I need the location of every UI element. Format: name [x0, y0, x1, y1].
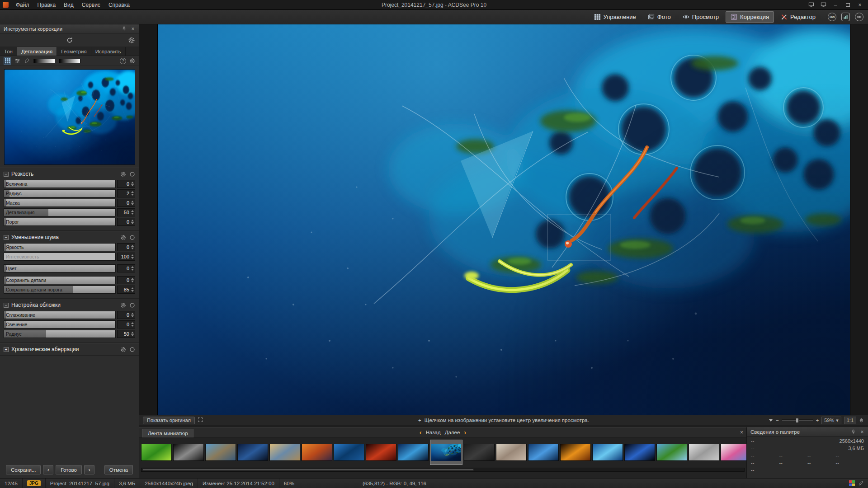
photo-canvas[interactable] [158, 24, 850, 415]
slider-row[interactable]: Радиус 50 [4, 330, 135, 338]
slider-row[interactable]: Сглаживание 0 [4, 311, 135, 319]
section-toggle-icon[interactable] [129, 235, 135, 240]
gradient-ramp-shadows[interactable] [33, 59, 55, 63]
display-icon[interactable] [818, 1, 829, 9]
sliders-icon[interactable] [14, 58, 20, 64]
slider-row[interactable]: Детализация 50 [4, 208, 135, 216]
zoom-slider[interactable] [782, 419, 813, 421]
filmstrip-thumbnail[interactable] [269, 444, 300, 461]
mode-develop-button[interactable]: Коррекция [726, 11, 774, 23]
filmstrip-thumbnail[interactable] [141, 444, 172, 461]
filmstrip-thumbnail[interactable] [624, 444, 655, 461]
acdsee-365-button[interactable]: 365 [828, 13, 836, 21]
fullscreen-preview-icon[interactable] [198, 417, 203, 424]
tab-repair[interactable]: Исправить [91, 47, 126, 56]
cancel-button[interactable]: Отмена [104, 465, 133, 474]
spinner-down-button[interactable] [131, 203, 134, 205]
filmstrip-thumbnail-selected[interactable] [430, 440, 462, 465]
gear-icon[interactable] [120, 171, 126, 177]
slider-value-box[interactable]: 2 [117, 189, 135, 197]
slider-row[interactable]: Сохранить детали порога 85 [4, 286, 135, 294]
menu-tools[interactable]: Сервис [78, 1, 104, 9]
spinner-up-button[interactable] [131, 322, 134, 324]
slider-value-box[interactable]: 100 [117, 253, 135, 261]
mode-manage-button[interactable]: Управление [589, 11, 641, 23]
spinner-up-button[interactable] [131, 266, 134, 268]
slider-value-box[interactable]: 0 [117, 199, 135, 207]
gear-icon[interactable] [120, 302, 126, 308]
filmstrip-thumbnail[interactable] [592, 444, 623, 461]
filmstrip-thumbnail[interactable] [334, 444, 364, 461]
gear-icon[interactable] [129, 58, 135, 64]
gear-icon[interactable] [120, 235, 126, 240]
slider-value-box[interactable]: 0 [117, 218, 135, 226]
menu-view[interactable]: Вид [60, 1, 77, 9]
next-image-button[interactable]: › [84, 465, 94, 474]
menu-file[interactable]: Файл [12, 1, 33, 9]
scrollbar-thumb[interactable] [142, 469, 474, 471]
help-icon[interactable]: ? [120, 58, 126, 64]
filmstrip-thumbnail[interactable] [656, 444, 687, 461]
slider-row[interactable]: Сохранить детали 0 [4, 276, 135, 284]
minimize-button[interactable]: – [830, 1, 841, 9]
pan-hand-icon[interactable] [859, 418, 864, 423]
filmstrip-thumbnail[interactable] [721, 444, 746, 461]
filmstrip-tab[interactable]: Лента миниатюр [142, 429, 193, 437]
spinner-down-button[interactable] [131, 269, 134, 271]
preview-zoom-toggle[interactable] [4, 57, 11, 65]
spinner-down-button[interactable] [131, 248, 134, 249]
zoom-in-button[interactable]: + [816, 418, 819, 423]
filmstrip-thumbnail[interactable] [302, 444, 332, 461]
spinner-down-button[interactable] [131, 222, 134, 224]
expand-toggle-icon[interactable]: + [4, 347, 9, 352]
spinner-up-button[interactable] [131, 201, 134, 202]
close-panel-icon[interactable]: × [859, 428, 866, 436]
tab-geometry[interactable]: Геометрия [57, 47, 91, 56]
slider-value-box[interactable]: 50 [117, 208, 135, 216]
pencil-edit-icon[interactable] [858, 480, 864, 486]
collapse-toggle-icon[interactable]: − [4, 303, 9, 308]
pin-icon[interactable] [120, 25, 127, 33]
menu-help[interactable]: Справка [105, 1, 133, 9]
slider-row[interactable]: Свечение 0 [4, 320, 135, 328]
mode-view-button[interactable]: Просмотр [678, 11, 724, 23]
close-window-button[interactable]: × [854, 1, 865, 9]
slider-row[interactable]: Яркость 0 [4, 243, 135, 251]
filmstrip-thumbnail[interactable] [528, 444, 559, 461]
spinner-up-button[interactable] [131, 220, 134, 221]
spinner-up-button[interactable] [131, 287, 134, 289]
spinner-up-button[interactable] [131, 332, 134, 333]
filmstrip-thumbnail[interactable] [496, 444, 527, 461]
filmstrip-thumbnail[interactable] [205, 444, 236, 461]
back-button[interactable]: Назад [426, 430, 441, 435]
tab-tone[interactable]: Тон [0, 47, 17, 56]
gradient-ramp-highlights[interactable] [59, 59, 80, 63]
back-chevron-icon[interactable]: ‹ [420, 429, 422, 436]
slider-row[interactable]: Порог 0 [4, 218, 135, 226]
slider-value-box[interactable]: 0 [117, 264, 135, 272]
filmstrip-thumbnail[interactable] [366, 444, 396, 461]
settings-gear-icon[interactable] [128, 37, 135, 44]
filmstrip-thumbnail[interactable] [398, 444, 429, 461]
pin-icon[interactable] [849, 428, 857, 436]
collapse-toggle-icon[interactable]: − [4, 172, 9, 177]
slider-value-box[interactable]: 85 [117, 286, 135, 294]
zoom-out-button[interactable]: − [776, 418, 778, 423]
filmstrip-thumbnail[interactable] [464, 444, 495, 461]
section-toggle-icon[interactable] [129, 171, 135, 177]
collapse-toggle-icon[interactable]: − [4, 235, 9, 240]
dual-display-icon[interactable] [806, 1, 816, 9]
slider-row[interactable]: Маска 0 [4, 199, 135, 207]
section-toggle-icon[interactable] [129, 302, 135, 308]
zoom-slider-thumb[interactable] [796, 418, 799, 423]
spinner-up-button[interactable] [131, 182, 134, 183]
spinner-down-button[interactable] [131, 257, 134, 259]
spinner-up-button[interactable] [131, 313, 134, 314]
slider-value-box[interactable]: 0 [117, 320, 135, 328]
detail-preview-thumbnail[interactable] [4, 69, 135, 165]
filmstrip-thumbnail[interactable] [237, 444, 268, 461]
slider-value-box[interactable]: 50 [117, 330, 135, 338]
slider-value-box[interactable]: 0 [117, 311, 135, 319]
spinner-up-button[interactable] [131, 254, 134, 256]
brush-icon[interactable] [24, 58, 30, 64]
